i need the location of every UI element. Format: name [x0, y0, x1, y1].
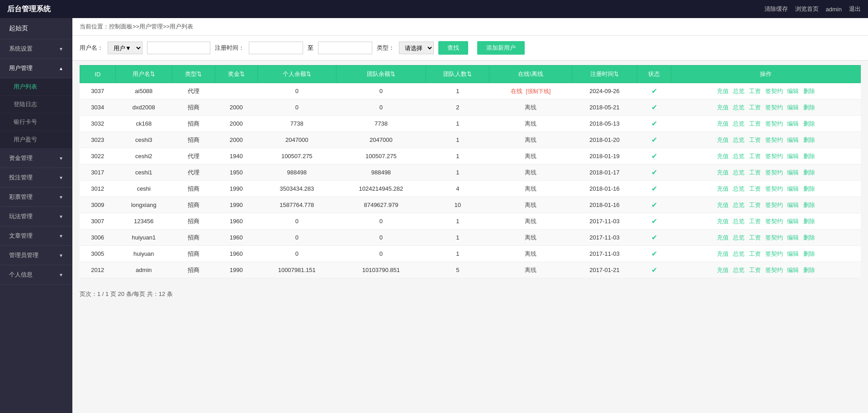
action-工资[interactable]: 工资 [749, 218, 761, 225]
action-编辑[interactable]: 编辑 [787, 234, 799, 241]
sidebar-item-invest[interactable]: 投注管理 ▼ [0, 168, 72, 188]
action-工资[interactable]: 工资 [749, 185, 761, 192]
action-总览[interactable]: 总览 [733, 267, 745, 273]
action-签契约[interactable]: 签契约 [765, 169, 783, 176]
action-删除[interactable]: 删除 [803, 234, 815, 241]
action-签契约[interactable]: 签契约 [765, 267, 783, 273]
action-签契约[interactable]: 签契约 [765, 136, 783, 143]
action-编辑[interactable]: 编辑 [787, 120, 799, 127]
action-总览[interactable]: 总览 [733, 202, 745, 208]
action-充值[interactable]: 充值 [717, 267, 729, 273]
col-bonus[interactable]: 奖金⇅ [215, 66, 258, 83]
action-工资[interactable]: 工资 [749, 202, 761, 208]
col-id[interactable]: ID [80, 66, 116, 83]
sidebar-item-user[interactable]: 用户管理 ▲ [0, 59, 72, 78]
search-button[interactable]: 查找 [438, 41, 468, 55]
action-编辑[interactable]: 编辑 [787, 169, 799, 176]
sidebar-item-system[interactable]: 系统设置 ▼ [0, 39, 72, 59]
action-签契约[interactable]: 签契约 [765, 202, 783, 208]
action-总览[interactable]: 总览 [733, 120, 745, 127]
action-充值[interactable]: 充值 [717, 169, 729, 176]
col-type[interactable]: 类型⇅ [172, 66, 215, 83]
action-总览[interactable]: 总览 [733, 234, 745, 241]
action-签契约[interactable]: 签契约 [765, 234, 783, 241]
reg-time-end[interactable] [318, 42, 372, 54]
action-删除[interactable]: 删除 [803, 202, 815, 208]
sidebar-item-bank-card[interactable]: 银行卡号 [0, 113, 72, 131]
add-user-button[interactable]: 添加新用户 [477, 41, 525, 55]
action-充值[interactable]: 充值 [717, 104, 729, 111]
action-编辑[interactable]: 编辑 [787, 153, 799, 160]
action-删除[interactable]: 删除 [803, 185, 815, 192]
action-工资[interactable]: 工资 [749, 88, 761, 94]
action-签契约[interactable]: 签契约 [765, 120, 783, 127]
action-删除[interactable]: 删除 [803, 104, 815, 111]
sidebar-item-admin[interactable]: 管理员管理 ▼ [0, 246, 72, 265]
action-删除[interactable]: 删除 [803, 250, 815, 257]
action-签契约[interactable]: 签契约 [765, 88, 783, 94]
force-offline-btn[interactable]: [强制下线] [526, 88, 551, 94]
action-签契约[interactable]: 签契约 [765, 250, 783, 257]
action-编辑[interactable]: 编辑 [787, 185, 799, 192]
action-充值[interactable]: 充值 [717, 185, 729, 192]
sidebar-item-personal[interactable]: 个人信息 ▼ [0, 265, 72, 285]
action-总览[interactable]: 总览 [733, 153, 745, 160]
col-team-balance[interactable]: 团队余额⇅ [336, 66, 426, 83]
sidebar-home[interactable]: 起始页 [0, 18, 72, 39]
sidebar-item-lottery[interactable]: 彩票管理 ▼ [0, 188, 72, 207]
username-input[interactable] [147, 42, 210, 54]
action-充值[interactable]: 充值 [717, 136, 729, 143]
action-签契约[interactable]: 签契约 [765, 153, 783, 160]
action-编辑[interactable]: 编辑 [787, 218, 799, 225]
action-删除[interactable]: 删除 [803, 136, 815, 143]
action-工资[interactable]: 工资 [749, 250, 761, 257]
action-总览[interactable]: 总览 [733, 185, 745, 192]
sidebar-item-user-profit[interactable]: 用户盈亏 [0, 131, 72, 149]
action-总览[interactable]: 总览 [733, 136, 745, 143]
action-工资[interactable]: 工资 [749, 234, 761, 241]
action-删除[interactable]: 删除 [803, 153, 815, 160]
action-充值[interactable]: 充值 [717, 218, 729, 225]
col-personal-balance[interactable]: 个人余额⇅ [258, 66, 337, 83]
action-工资[interactable]: 工资 [749, 267, 761, 273]
action-总览[interactable]: 总览 [733, 169, 745, 176]
action-充值[interactable]: 充值 [717, 250, 729, 257]
action-删除[interactable]: 删除 [803, 267, 815, 273]
action-签契约[interactable]: 签契约 [765, 218, 783, 225]
sidebar-item-play[interactable]: 玩法管理 ▼ [0, 207, 72, 226]
action-删除[interactable]: 删除 [803, 120, 815, 127]
action-总览[interactable]: 总览 [733, 104, 745, 111]
sidebar-item-article[interactable]: 文章管理 ▼ [0, 226, 72, 246]
sidebar-item-user-list[interactable]: 用户列表 [0, 78, 72, 96]
col-username[interactable]: 用户名⇅ [115, 66, 172, 83]
reg-time-start[interactable] [249, 42, 303, 54]
action-工资[interactable]: 工资 [749, 169, 761, 176]
action-总览[interactable]: 总览 [733, 218, 745, 225]
action-工资[interactable]: 工资 [749, 153, 761, 160]
action-充值[interactable]: 充值 [717, 88, 729, 94]
action-充值[interactable]: 充值 [717, 120, 729, 127]
action-总览[interactable]: 总览 [733, 88, 745, 94]
action-总览[interactable]: 总览 [733, 250, 745, 257]
action-删除[interactable]: 删除 [803, 88, 815, 94]
browse-home-btn[interactable]: 浏览首页 [795, 5, 819, 13]
action-工资[interactable]: 工资 [749, 120, 761, 127]
action-充值[interactable]: 充值 [717, 153, 729, 160]
type-select[interactable]: 请选择 代理 招商 [399, 42, 434, 54]
action-删除[interactable]: 删除 [803, 218, 815, 225]
clear-cache-btn[interactable]: 清除缓存 [764, 5, 788, 13]
action-工资[interactable]: 工资 [749, 104, 761, 111]
logout-btn[interactable]: 退出 [849, 5, 861, 13]
action-编辑[interactable]: 编辑 [787, 88, 799, 94]
username-type-select[interactable]: 用户▼ [108, 42, 142, 54]
col-reg-time[interactable]: 注册时间⇅ [572, 66, 637, 83]
action-删除[interactable]: 删除 [803, 169, 815, 176]
sidebar-item-login-log[interactable]: 登陆日志 [0, 96, 72, 113]
action-充值[interactable]: 充值 [717, 202, 729, 208]
action-编辑[interactable]: 编辑 [787, 136, 799, 143]
action-充值[interactable]: 充值 [717, 234, 729, 241]
action-签契约[interactable]: 签契约 [765, 185, 783, 192]
action-签契约[interactable]: 签契约 [765, 104, 783, 111]
action-编辑[interactable]: 编辑 [787, 202, 799, 208]
action-编辑[interactable]: 编辑 [787, 267, 799, 273]
